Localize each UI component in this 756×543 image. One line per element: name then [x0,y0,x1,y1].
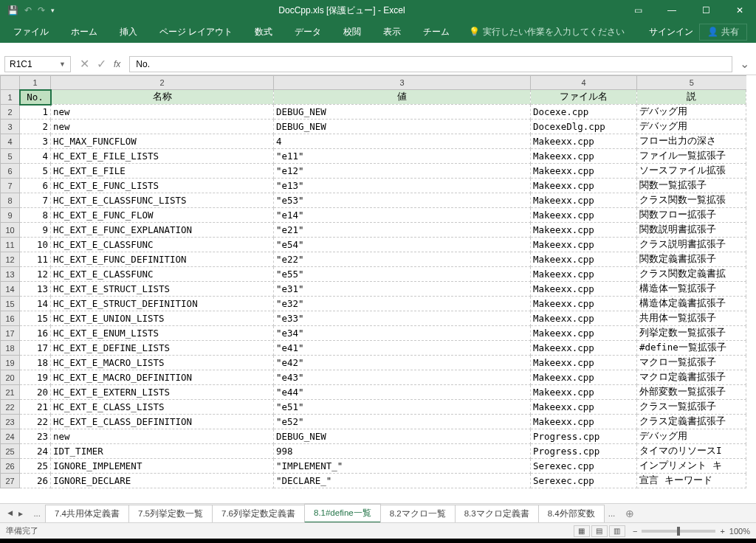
qat-dropdown-icon[interactable]: ▾ [51,7,55,14]
select-all-corner[interactable] [1,76,20,90]
sheet-tab[interactable]: 7.4共用体定義書 [45,505,129,522]
cell[interactable]: 15 [20,311,51,326]
cell[interactable]: 8 [20,208,51,223]
row-header[interactable]: 8 [1,193,20,208]
cell[interactable]: Makeexx.cpp [531,282,637,297]
sheet-tab[interactable]: 8.4外部変数 [538,505,605,522]
tab-home[interactable]: ホーム [61,21,108,43]
cell[interactable]: Progress.cpp [531,444,637,459]
tab-nav-prev-icon[interactable]: ▸ [18,508,23,519]
cell[interactable]: "e51" [274,400,531,415]
header-cell[interactable]: 値 [274,90,531,105]
cell[interactable]: Progress.cpp [531,429,637,444]
cell[interactable]: タイマのリソースI [637,444,746,459]
row-header[interactable]: 1 [1,90,20,105]
row-header[interactable]: 25 [1,444,20,459]
cell[interactable]: Makeexx.cpp [531,179,637,193]
cell[interactable]: 25 [20,459,51,474]
cell[interactable]: 13 [20,282,51,297]
zoom-out-icon[interactable]: − [633,527,637,536]
cell[interactable]: "e42" [274,356,531,370]
cell[interactable]: new [51,429,274,444]
cell[interactable]: HC_EXT_E_FUNC_EXPLANATION [51,223,274,238]
cell[interactable]: Makeexx.cpp [531,164,637,179]
cell[interactable]: 7 [20,193,51,208]
row-header[interactable]: 24 [1,429,20,444]
header-cell[interactable]: ファイル名 [531,90,637,105]
cell[interactable]: 11 [20,252,51,267]
cell[interactable]: Makeexx.cpp [531,400,637,415]
cell[interactable]: 18 [20,356,51,370]
row-header[interactable]: 14 [1,282,20,297]
maximize-icon[interactable]: ☐ [690,0,722,21]
cell[interactable]: インプリメント キ [637,459,746,474]
ribbon-display-icon[interactable]: ▭ [622,0,654,21]
cell[interactable]: HC_MAX_FUNCFLOW [51,134,274,149]
row-header[interactable]: 5 [1,149,20,164]
cell[interactable]: "e22" [274,252,531,267]
row-header[interactable]: 26 [1,459,20,474]
cell[interactable]: 4 [20,149,51,164]
cell[interactable]: "e54" [274,238,531,252]
zoom-level[interactable]: 100% [729,527,750,536]
column-header[interactable]: 2 [51,76,274,90]
tab-team[interactable]: チーム [413,21,460,43]
cell[interactable]: HC_EXT_E_CLASS_LISTS [51,400,274,415]
cell[interactable]: 24 [20,444,51,459]
cell[interactable]: DEBUG_NEW [274,105,531,120]
row-header[interactable]: 23 [1,415,20,429]
sheet-tab[interactable]: 7.5列挙定数一覧 [128,505,213,522]
cell[interactable]: "e33" [274,311,531,326]
row-header[interactable]: 4 [1,134,20,149]
cell[interactable]: "e43" [274,370,531,385]
cell[interactable]: 20 [20,385,51,400]
cell[interactable]: Makeexx.cpp [531,238,637,252]
cell[interactable]: HC_EXT_E_FILE [51,164,274,179]
chevron-down-icon[interactable]: ▼ [59,60,66,68]
row-header[interactable]: 10 [1,223,20,238]
cell[interactable]: Makeexx.cpp [531,415,637,429]
cell[interactable]: デバッグ用 [637,120,746,134]
fx-icon[interactable]: fx [114,59,120,69]
cell[interactable]: "e41" [274,341,531,356]
cell[interactable]: 19 [20,370,51,385]
row-header[interactable]: 3 [1,120,20,134]
cell[interactable]: 26 [20,474,51,488]
cell[interactable]: 外部変数一覧拡張子 [637,385,746,400]
cell[interactable]: マクロ定義書拡張子 [637,370,746,385]
cell[interactable]: ソースファイル拡張 [637,164,746,179]
cell[interactable]: DocexeDlg.cpp [531,120,637,134]
cell[interactable]: HC_EXT_E_FILE_LISTS [51,149,274,164]
column-header[interactable]: 4 [531,76,637,90]
tab-layout[interactable]: ページ レイアウト [149,21,243,43]
cell[interactable]: 宣言 キーワード [637,474,746,488]
cell[interactable]: 998 [274,444,531,459]
cell[interactable]: HC_EXT_E_CLASSFUNC_LISTS [51,193,274,208]
cell[interactable]: "e13" [274,179,531,193]
row-header[interactable]: 7 [1,179,20,193]
column-header[interactable]: 3 [274,76,531,90]
tell-me-search[interactable]: 💡実行したい作業を入力してください [461,21,632,43]
undo-icon[interactable]: ↶ [24,5,32,15]
enter-icon[interactable]: ✓ [97,57,106,71]
row-header[interactable]: 27 [1,474,20,488]
tab-review[interactable]: 校閲 [333,21,371,43]
cell[interactable]: 関数説明書拡張子 [637,223,746,238]
cell[interactable]: Makeexx.cpp [531,297,637,311]
zoom-control[interactable]: − + 100% [633,527,750,536]
row-header[interactable]: 12 [1,252,20,267]
cell[interactable]: 14 [20,297,51,311]
cell[interactable]: Makeexx.cpp [531,356,637,370]
cell[interactable]: HC_EXT_E_CLASS_DEFINITION [51,415,274,429]
view-page-break-icon[interactable]: ▥ [609,525,625,537]
cell[interactable]: クラス関数一覧拡張 [637,193,746,208]
cell[interactable]: HC_EXT_E_FUNC_LISTS [51,179,274,193]
cell[interactable]: "IMPLEMENT_" [274,459,531,474]
cell[interactable]: Serexec.cpp [531,474,637,488]
cell[interactable]: new [51,105,274,120]
cell[interactable]: マクロ一覧拡張子 [637,356,746,370]
cell[interactable]: IDT_TIMER [51,444,274,459]
cell[interactable]: 2 [20,120,51,134]
tab-overflow-left[interactable]: ... [29,509,45,518]
save-icon[interactable]: 💾 [7,5,18,15]
